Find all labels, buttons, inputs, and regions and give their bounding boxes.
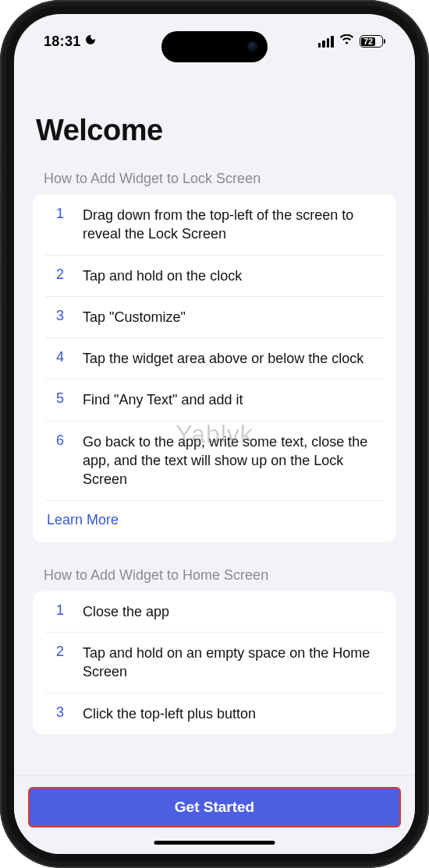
device-frame: 18:31 72 bbox=[0, 0, 429, 868]
page-title: Welcome bbox=[36, 114, 396, 147]
scroll-area[interactable]: Welcome How to Add Widget to Lock Screen… bbox=[14, 92, 415, 775]
step-number: 2 bbox=[53, 644, 64, 682]
step-text: Tap the widget area above or below the c… bbox=[83, 349, 384, 368]
step-number: 4 bbox=[53, 349, 64, 368]
instructions-card-lock: 1 Drag down from the top-left of the scr… bbox=[33, 195, 396, 542]
battery-icon: 72 bbox=[360, 35, 386, 48]
step-text: Tap "Customize" bbox=[83, 308, 384, 326]
step-number: 3 bbox=[53, 308, 64, 326]
instructions-card-home: 1 Close the app 2 Tap and hold on an emp… bbox=[33, 591, 396, 734]
step-text: Tap and hold on an empty space on the Ho… bbox=[83, 644, 384, 682]
learn-more-link[interactable]: Learn More bbox=[45, 500, 384, 542]
list-item: 1 Close the app bbox=[45, 591, 384, 633]
step-number: 6 bbox=[53, 432, 64, 489]
list-item: 2 Tap and hold on an empty space on the … bbox=[45, 633, 384, 693]
cellular-signal-icon bbox=[318, 36, 334, 48]
volume-down-button bbox=[0, 257, 1, 312]
wifi-icon bbox=[339, 34, 354, 48]
step-number: 2 bbox=[53, 266, 64, 285]
list-item: 3 Click the top-left plus button bbox=[45, 693, 384, 734]
home-indicator[interactable] bbox=[154, 841, 275, 845]
do-not-disturb-icon bbox=[84, 34, 97, 50]
list-item: 4 Tap the widget area above or below the… bbox=[45, 338, 384, 379]
dynamic-island bbox=[161, 31, 268, 62]
step-text: Tap and hold on the clock bbox=[83, 266, 384, 285]
list-item: 6 Go back to the app, write some text, c… bbox=[45, 422, 384, 500]
silence-switch bbox=[0, 144, 1, 171]
step-number: 1 bbox=[53, 206, 64, 244]
list-item: 5 Find "Any Text" and add it bbox=[45, 379, 384, 421]
front-camera bbox=[247, 41, 258, 52]
list-item: 1 Drag down from the top-left of the scr… bbox=[45, 195, 384, 256]
step-number: 1 bbox=[53, 602, 64, 621]
section-heading-lock: How to Add Widget to Lock Screen bbox=[44, 171, 396, 187]
section-heading-home: How to Add Widget to Home Screen bbox=[44, 567, 396, 584]
step-text: Find "Any Text" and add it bbox=[83, 390, 384, 409]
volume-up-button bbox=[0, 191, 1, 245]
step-number: 3 bbox=[53, 704, 64, 723]
step-text: Click the top-left plus button bbox=[83, 704, 384, 723]
step-text: Drag down from the top-left of the scree… bbox=[83, 206, 384, 244]
list-item: 3 Tap "Customize" bbox=[45, 297, 384, 338]
step-number: 5 bbox=[53, 390, 64, 409]
list-item: 2 Tap and hold on the clock bbox=[45, 256, 384, 297]
step-text: Go back to the app, write some text, clo… bbox=[83, 432, 384, 489]
step-text: Close the app bbox=[83, 602, 384, 621]
status-time: 18:31 bbox=[44, 34, 81, 50]
get-started-button[interactable]: Get Started bbox=[28, 787, 401, 827]
